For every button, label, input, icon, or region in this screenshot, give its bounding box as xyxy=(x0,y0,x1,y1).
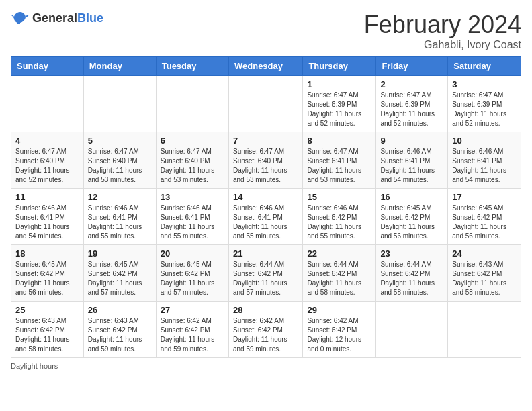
day-number: 10 xyxy=(452,136,517,146)
calendar-cell: 17Sunrise: 6:45 AM Sunset: 6:42 PM Dayli… xyxy=(448,189,521,245)
day-info: Sunrise: 6:45 AM Sunset: 6:42 PM Dayligh… xyxy=(161,260,224,298)
day-info: Sunrise: 6:47 AM Sunset: 6:40 PM Dayligh… xyxy=(88,147,152,185)
day-number: 20 xyxy=(161,248,224,259)
day-number: 25 xyxy=(15,305,79,315)
day-info: Sunrise: 6:43 AM Sunset: 6:42 PM Dayligh… xyxy=(452,260,517,298)
calendar-cell xyxy=(83,76,156,132)
day-number: 26 xyxy=(88,305,152,315)
day-info: Sunrise: 6:46 AM Sunset: 6:42 PM Dayligh… xyxy=(307,203,371,241)
calendar-cell: 2Sunrise: 6:47 AM Sunset: 6:39 PM Daylig… xyxy=(376,76,448,132)
day-number: 8 xyxy=(307,136,371,146)
main-title: February 2024 xyxy=(364,11,521,39)
day-info: Sunrise: 6:42 AM Sunset: 6:42 PM Dayligh… xyxy=(233,316,298,354)
day-info: Sunrise: 6:47 AM Sunset: 6:40 PM Dayligh… xyxy=(15,147,79,185)
calendar-table: SundayMondayTuesdayWednesdayThursdayFrid… xyxy=(11,56,521,358)
calendar-cell xyxy=(11,76,84,132)
day-info: Sunrise: 6:45 AM Sunset: 6:42 PM Dayligh… xyxy=(15,260,79,298)
day-info: Sunrise: 6:46 AM Sunset: 6:41 PM Dayligh… xyxy=(88,203,152,241)
calendar-cell: 25Sunrise: 6:43 AM Sunset: 6:42 PM Dayli… xyxy=(11,302,84,358)
header: GeneralBlue February 2024 Gahabli, Ivory… xyxy=(11,11,521,51)
day-number: 24 xyxy=(452,248,517,259)
column-header-sunday: Sunday xyxy=(11,57,84,76)
week-row-1: 1Sunrise: 6:47 AM Sunset: 6:39 PM Daylig… xyxy=(11,76,521,132)
logo-bird-icon xyxy=(11,11,30,26)
calendar-cell: 29Sunrise: 6:42 AM Sunset: 6:42 PM Dayli… xyxy=(303,302,376,358)
calendar-cell: 15Sunrise: 6:46 AM Sunset: 6:42 PM Dayli… xyxy=(303,189,376,245)
title-section: February 2024 Gahabli, Ivory Coast xyxy=(364,11,521,51)
day-number: 15 xyxy=(307,192,371,202)
week-row-3: 11Sunrise: 6:46 AM Sunset: 6:41 PM Dayli… xyxy=(11,189,521,245)
calendar-cell: 7Sunrise: 6:47 AM Sunset: 6:40 PM Daylig… xyxy=(228,132,302,189)
day-info: Sunrise: 6:46 AM Sunset: 6:41 PM Dayligh… xyxy=(161,203,224,241)
day-info: Sunrise: 6:42 AM Sunset: 6:42 PM Dayligh… xyxy=(307,316,371,354)
day-number: 16 xyxy=(380,192,443,202)
day-number: 27 xyxy=(161,305,224,315)
calendar-cell: 3Sunrise: 6:47 AM Sunset: 6:39 PM Daylig… xyxy=(448,76,521,132)
day-info: Sunrise: 6:45 AM Sunset: 6:42 PM Dayligh… xyxy=(452,203,517,241)
calendar-cell: 12Sunrise: 6:46 AM Sunset: 6:41 PM Dayli… xyxy=(83,189,156,245)
day-number: 14 xyxy=(233,192,298,202)
column-header-thursday: Thursday xyxy=(303,57,376,76)
day-number: 17 xyxy=(452,192,517,202)
day-number: 4 xyxy=(15,136,79,146)
day-number: 28 xyxy=(233,305,298,315)
calendar-cell: 6Sunrise: 6:47 AM Sunset: 6:40 PM Daylig… xyxy=(156,132,228,189)
week-row-2: 4Sunrise: 6:47 AM Sunset: 6:40 PM Daylig… xyxy=(11,132,521,189)
calendar-cell: 21Sunrise: 6:44 AM Sunset: 6:42 PM Dayli… xyxy=(228,245,302,302)
day-number: 3 xyxy=(452,79,517,89)
day-info: Sunrise: 6:44 AM Sunset: 6:42 PM Dayligh… xyxy=(233,260,298,298)
day-info: Sunrise: 6:46 AM Sunset: 6:41 PM Dayligh… xyxy=(452,147,517,185)
logo-text: GeneralBlue xyxy=(32,11,103,26)
day-info: Sunrise: 6:47 AM Sunset: 6:39 PM Dayligh… xyxy=(452,91,517,128)
day-info: Sunrise: 6:47 AM Sunset: 6:41 PM Dayligh… xyxy=(307,147,371,185)
day-number: 18 xyxy=(15,248,79,259)
calendar-cell: 18Sunrise: 6:45 AM Sunset: 6:42 PM Dayli… xyxy=(11,245,84,302)
calendar-cell: 8Sunrise: 6:47 AM Sunset: 6:41 PM Daylig… xyxy=(303,132,376,189)
calendar-cell: 9Sunrise: 6:46 AM Sunset: 6:41 PM Daylig… xyxy=(376,132,448,189)
logo-general: General xyxy=(32,11,77,25)
day-number: 22 xyxy=(307,248,371,259)
day-number: 29 xyxy=(307,305,371,315)
logo-blue: Blue xyxy=(77,11,103,25)
day-number: 12 xyxy=(88,192,152,202)
day-info: Sunrise: 6:45 AM Sunset: 6:42 PM Dayligh… xyxy=(380,203,443,241)
calendar-header-row: SundayMondayTuesdayWednesdayThursdayFrid… xyxy=(11,57,521,76)
column-header-wednesday: Wednesday xyxy=(228,57,302,76)
calendar-cell xyxy=(156,76,228,132)
calendar-cell: 5Sunrise: 6:47 AM Sunset: 6:40 PM Daylig… xyxy=(83,132,156,189)
calendar-cell: 11Sunrise: 6:46 AM Sunset: 6:41 PM Dayli… xyxy=(11,189,84,245)
day-info: Sunrise: 6:46 AM Sunset: 6:41 PM Dayligh… xyxy=(233,203,298,241)
day-info: Sunrise: 6:45 AM Sunset: 6:42 PM Dayligh… xyxy=(88,260,152,298)
day-number: 19 xyxy=(88,248,152,259)
column-header-tuesday: Tuesday xyxy=(156,57,228,76)
day-info: Sunrise: 6:46 AM Sunset: 6:41 PM Dayligh… xyxy=(15,203,79,241)
day-info: Sunrise: 6:44 AM Sunset: 6:42 PM Dayligh… xyxy=(380,260,443,298)
day-info: Sunrise: 6:42 AM Sunset: 6:42 PM Dayligh… xyxy=(161,316,224,354)
calendar-cell xyxy=(228,76,302,132)
day-number: 6 xyxy=(161,136,224,146)
day-info: Sunrise: 6:47 AM Sunset: 6:39 PM Dayligh… xyxy=(307,91,371,128)
calendar-cell xyxy=(376,302,448,358)
calendar-cell: 28Sunrise: 6:42 AM Sunset: 6:42 PM Dayli… xyxy=(228,302,302,358)
day-info: Sunrise: 6:47 AM Sunset: 6:40 PM Dayligh… xyxy=(161,147,224,185)
day-number: 9 xyxy=(380,136,443,146)
day-info: Sunrise: 6:43 AM Sunset: 6:42 PM Dayligh… xyxy=(15,316,79,354)
calendar-cell: 1Sunrise: 6:47 AM Sunset: 6:39 PM Daylig… xyxy=(303,76,376,132)
day-info: Sunrise: 6:47 AM Sunset: 6:40 PM Dayligh… xyxy=(233,147,298,185)
day-number: 7 xyxy=(233,136,298,146)
week-row-4: 18Sunrise: 6:45 AM Sunset: 6:42 PM Dayli… xyxy=(11,245,521,302)
calendar-cell xyxy=(448,302,521,358)
calendar-cell: 14Sunrise: 6:46 AM Sunset: 6:41 PM Dayli… xyxy=(228,189,302,245)
calendar-cell: 26Sunrise: 6:43 AM Sunset: 6:42 PM Dayli… xyxy=(83,302,156,358)
calendar-cell: 22Sunrise: 6:44 AM Sunset: 6:42 PM Dayli… xyxy=(303,245,376,302)
day-number: 23 xyxy=(380,248,443,259)
week-row-5: 25Sunrise: 6:43 AM Sunset: 6:42 PM Dayli… xyxy=(11,302,521,358)
column-header-monday: Monday xyxy=(83,57,156,76)
day-info: Sunrise: 6:44 AM Sunset: 6:42 PM Dayligh… xyxy=(307,260,371,298)
day-number: 1 xyxy=(307,79,371,89)
calendar-cell: 13Sunrise: 6:46 AM Sunset: 6:41 PM Dayli… xyxy=(156,189,228,245)
calendar-cell: 16Sunrise: 6:45 AM Sunset: 6:42 PM Dayli… xyxy=(376,189,448,245)
day-info: Sunrise: 6:46 AM Sunset: 6:41 PM Dayligh… xyxy=(380,147,443,185)
day-number: 13 xyxy=(161,192,224,202)
calendar-cell: 10Sunrise: 6:46 AM Sunset: 6:41 PM Dayli… xyxy=(448,132,521,189)
